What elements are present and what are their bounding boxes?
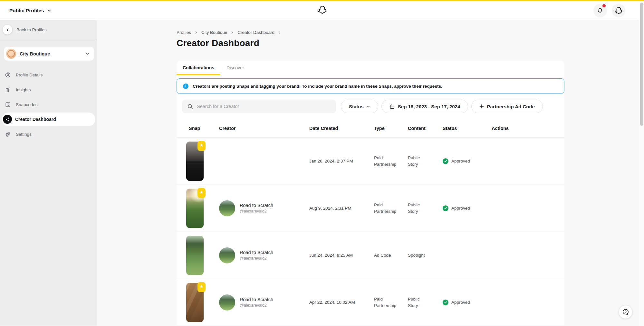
profile-selector[interactable]: City Boutique — [4, 47, 94, 61]
tab-bar: Collaborations Discover — [177, 61, 564, 75]
snap-type: Ad Code — [374, 252, 400, 259]
main-area: Profiles City Boutique Creator Dashboard… — [97, 20, 644, 326]
notifications-button[interactable] — [593, 4, 607, 17]
col-header-type: Type — [374, 126, 408, 131]
date-created: Jan 26, 2024, 2:37 PM — [309, 159, 374, 163]
info-banner: i Creators are posting Snaps and tagging… — [177, 78, 564, 94]
sidebar: Back to Profiles City Boutique Profile D… — [0, 20, 97, 326]
snap-thumbnail[interactable]: ★ — [186, 189, 204, 228]
snap-content: Spotlight — [408, 252, 427, 259]
chevron-right-icon — [231, 31, 234, 34]
date-created: Aug 9, 2024, 2:31 PM — [309, 206, 374, 211]
date-created: Jun 24, 2024, 8:25 AM — [309, 253, 374, 258]
col-header-snap: Snap — [186, 126, 219, 131]
app-switcher[interactable]: Public Profiles — [9, 8, 51, 14]
account-avatar-button[interactable] — [612, 4, 625, 17]
page-title: Creator Dashboard — [177, 38, 564, 48]
sidebar-item-insights[interactable]: Insights — [0, 82, 97, 97]
snap-thumbnail[interactable] — [186, 236, 204, 275]
status-cell: Approved — [443, 205, 492, 211]
status-cell: Approved — [443, 158, 492, 164]
back-to-profiles[interactable]: Back to Profiles — [3, 25, 92, 35]
help-icon: ? — [622, 308, 630, 316]
snap-type: Paid Partnership — [374, 296, 400, 309]
creator-name: Road to Scratch — [240, 203, 273, 208]
creator-avatar — [219, 247, 235, 263]
banner-text: Creators are posting Snaps and tagging y… — [193, 84, 442, 89]
approved-check-icon — [443, 158, 448, 164]
snap-thumbnail[interactable]: ★ — [186, 142, 204, 181]
plus-icon — [479, 104, 484, 109]
breadcrumb-creator-dashboard[interactable]: Creator Dashboard — [237, 30, 274, 35]
search-icon — [187, 104, 193, 110]
creator-handle: @alexarevalo2 — [240, 303, 273, 308]
chevron-down-icon — [47, 9, 51, 13]
col-header-date-created: Date Created — [309, 126, 374, 131]
bell-icon — [597, 7, 604, 14]
table-body: ★ Jan 26, 2024, 2:37 PM Paid Partnership… — [177, 138, 564, 326]
col-header-status: Status — [443, 126, 492, 131]
notification-dot — [602, 4, 606, 7]
creator-cell: Road to Scratch @alexarevalo2 — [219, 294, 309, 311]
filter-row: Status Sep 18, 2023 - Sep 17, 2024 Partn… — [177, 100, 564, 113]
snap-type: Paid Partnership — [374, 155, 400, 167]
star-badge-icon: ★ — [197, 282, 206, 292]
bar-chart-icon — [5, 87, 11, 93]
star-badge-icon: ★ — [197, 141, 206, 151]
search-input[interactable] — [197, 104, 331, 109]
creator-cell: Road to Scratch @alexarevalo2 — [219, 247, 309, 263]
tab-discover[interactable]: Discover — [220, 61, 250, 75]
topbar-actions — [593, 4, 625, 17]
scrollbar-track[interactable] — [639, 1, 644, 326]
creator-handle: @alexarevalo2 — [240, 209, 273, 213]
scrollbar-thumb[interactable] — [640, 3, 643, 126]
snap-thumbnail[interactable]: ★ — [186, 283, 204, 322]
sidebar-item-profile-details[interactable]: Profile Details — [0, 67, 97, 82]
creator-cell: Road to Scratch @alexarevalo2 — [219, 200, 309, 216]
table-row: ★ Jan 26, 2024, 2:37 PM Paid Partnership… — [177, 138, 564, 185]
col-header-content: Content — [408, 126, 443, 131]
gear-icon — [5, 131, 11, 137]
back-button — [3, 25, 12, 35]
col-header-creator: Creator — [219, 126, 309, 131]
status-filter-button[interactable]: Status — [341, 100, 378, 113]
ghost-avatar-icon — [614, 6, 623, 15]
creator-avatar — [219, 200, 235, 216]
chevron-right-icon — [195, 31, 198, 34]
status-label: Approved — [451, 159, 470, 163]
table-row: Road to Scratch @alexarevalo2 Jun 24, 20… — [177, 232, 564, 279]
status-cell: Approved — [443, 300, 492, 305]
date-range-button[interactable]: Sep 18, 2023 - Sep 17, 2024 — [381, 100, 468, 113]
partnership-ad-code-button[interactable]: Partnership Ad Code — [471, 100, 543, 113]
help-button[interactable]: ? — [619, 305, 632, 319]
table-row: ★ Road to Scratch @alexarevalo2 Aug 9, 2… — [177, 185, 564, 232]
date-created: Apr 22, 2024, 10:02 AM — [309, 300, 374, 305]
snap-type: Paid Partnership — [374, 202, 400, 214]
table-row: ★ Road to Scratch @alexarevalo2 Apr 22, … — [177, 279, 564, 326]
sidebar-item-creator-dashboard[interactable]: Creator Dashboard — [2, 113, 95, 126]
status-label: Approved — [451, 206, 470, 211]
star-badge-icon: ★ — [197, 188, 206, 198]
person-icon — [5, 72, 11, 78]
breadcrumb-profiles[interactable]: Profiles — [177, 30, 191, 35]
snapchat-logo — [317, 5, 327, 16]
share-icon — [3, 115, 12, 124]
profile-name: City Boutique — [20, 51, 82, 56]
col-header-actions: Actions — [492, 126, 564, 131]
chevron-right-icon — [278, 31, 281, 34]
breadcrumb-city-boutique[interactable]: City Boutique — [201, 30, 227, 35]
approved-check-icon — [443, 205, 448, 211]
tab-collaborations[interactable]: Collaborations — [177, 61, 220, 75]
creator-handle: @alexarevalo2 — [240, 256, 273, 261]
snap-content: Public Story — [408, 155, 427, 167]
snap-content: Public Story — [408, 296, 427, 309]
creator-name: Road to Scratch — [240, 250, 273, 255]
sidebar-item-settings[interactable]: Settings — [0, 127, 97, 142]
chevron-down-icon — [367, 105, 370, 108]
app-title: Public Profiles — [9, 8, 44, 14]
sidebar-item-snapcodes[interactable]: Snapcodes — [0, 97, 97, 112]
sidebar-divider — [0, 40, 97, 40]
svg-text:?: ? — [624, 310, 626, 313]
profile-avatar — [6, 49, 16, 59]
search-box — [182, 100, 336, 113]
